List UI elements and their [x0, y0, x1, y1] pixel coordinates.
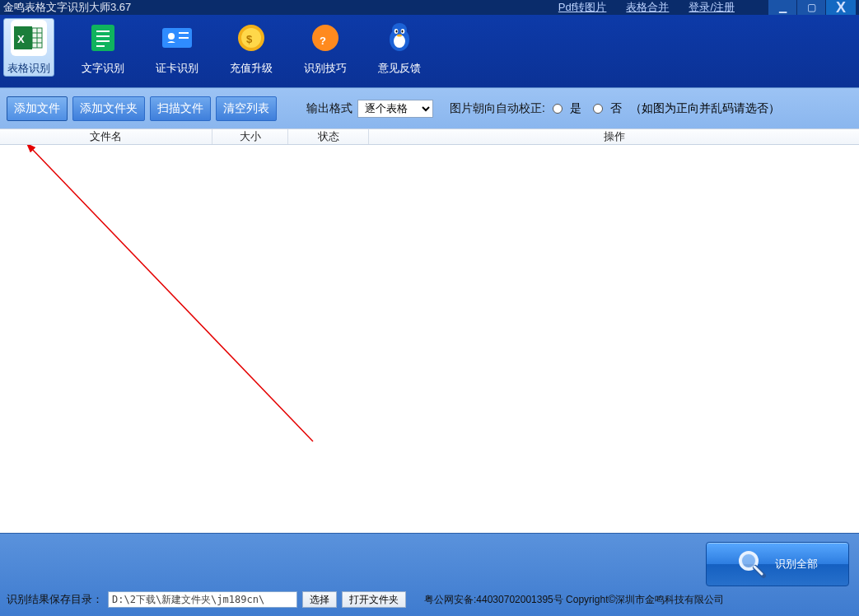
- svg-point-26: [396, 30, 398, 33]
- add-file-button[interactable]: 添加文件: [7, 96, 68, 121]
- open-dir-button[interactable]: 打开文件夹: [342, 591, 406, 608]
- tab-label: 识别技巧: [304, 61, 347, 76]
- output-format-select[interactable]: 逐个表格: [357, 100, 433, 118]
- link-merge-table[interactable]: 表格合并: [626, 0, 669, 15]
- link-login-register[interactable]: 登录/注册: [689, 0, 735, 15]
- output-format-label: 输出格式: [306, 101, 352, 116]
- magnifier-icon: [737, 549, 767, 579]
- recognize-all-label: 识别全部: [775, 557, 818, 572]
- close-button[interactable]: X: [826, 0, 856, 15]
- svg-text:$: $: [246, 33, 253, 45]
- svg-text:?: ?: [320, 35, 326, 47]
- main-toolbar: X 表格识别 文字识别 证卡识别 $ 充值升级 ? 识别技巧 意见反馈: [0, 15, 859, 87]
- tab-label: 意见反馈: [378, 61, 421, 76]
- file-list-area: [0, 145, 859, 533]
- tab-feedback[interactable]: 意见反馈: [374, 18, 425, 76]
- col-size: 大小: [212, 129, 288, 144]
- titlebar: 金鸣表格文字识别大师3.67 Pdf转图片 表格合并 登录/注册 ▁ ▢ X: [0, 0, 859, 15]
- col-status: 状态: [288, 129, 369, 144]
- radio-yes-label: 是: [570, 101, 581, 116]
- link-pdf-to-image[interactable]: Pdf转图片: [558, 0, 607, 15]
- radio-yes[interactable]: [553, 104, 563, 114]
- app-title: 金鸣表格文字识别大师3.67: [3, 0, 131, 15]
- svg-line-29: [31, 148, 313, 441]
- add-folder-button[interactable]: 添加文件夹: [72, 96, 145, 121]
- maximize-button[interactable]: ▢: [797, 0, 825, 15]
- tab-label: 文字识别: [82, 61, 124, 76]
- svg-point-27: [402, 30, 404, 33]
- minimize-button[interactable]: ▁: [768, 0, 796, 15]
- auto-rotate-label: 图片朝向自动校正:: [450, 101, 545, 116]
- bottom-panel: 识别全部 识别结果保存目录： 选择 打开文件夹 粤公网安备:4403070200…: [0, 533, 859, 616]
- question-icon: ?: [307, 20, 343, 56]
- tab-label: 证卡识别: [156, 61, 198, 76]
- table-header: 文件名 大小 状态 操作: [0, 128, 859, 145]
- tab-text-ocr[interactable]: 文字识别: [77, 18, 128, 76]
- copyright-text: 粤公网安备:44030702001395号 Copyright©深圳市金鸣科技有…: [424, 593, 724, 607]
- tab-recharge[interactable]: $ 充值升级: [226, 18, 277, 76]
- svg-point-13: [168, 33, 175, 40]
- svg-rect-7: [91, 25, 114, 51]
- radio-no-label: 否: [610, 101, 622, 116]
- tab-idcard-ocr[interactable]: 证卡识别: [152, 18, 203, 76]
- save-dir-label: 识别结果保存目录：: [7, 592, 103, 607]
- doc-icon: [85, 20, 121, 56]
- annotation-arrow: [0, 145, 329, 474]
- radio-no[interactable]: [593, 104, 603, 114]
- save-dir-input[interactable]: [108, 591, 297, 608]
- tab-table-ocr[interactable]: X 表格识别: [3, 18, 54, 77]
- clear-list-button[interactable]: 清空列表: [216, 96, 277, 121]
- auto-rotate-note: （如图为正向并乱码请选否）: [630, 101, 780, 116]
- recognize-all-button[interactable]: 识别全部: [706, 542, 849, 586]
- tab-label: 充值升级: [230, 61, 273, 76]
- qq-icon: [381, 20, 418, 56]
- coin-icon: $: [233, 20, 269, 56]
- tab-tips[interactable]: ? 识别技巧: [300, 18, 351, 76]
- choose-dir-button[interactable]: 选择: [302, 591, 337, 608]
- action-bar: 添加文件 添加文件夹 扫描文件 清空列表 输出格式 逐个表格 图片朝向自动校正:…: [0, 87, 859, 128]
- scan-file-button[interactable]: 扫描文件: [150, 96, 211, 121]
- svg-point-28: [397, 35, 402, 37]
- footer-line: 识别结果保存目录： 选择 打开文件夹 粤公网安备:44030702001395号…: [7, 591, 852, 608]
- col-filename: 文件名: [0, 129, 212, 144]
- excel-icon: X: [11, 20, 47, 56]
- tab-label: 表格识别: [7, 61, 50, 76]
- idcard-icon: [159, 20, 195, 56]
- col-action: 操作: [369, 129, 859, 144]
- svg-text:X: X: [17, 33, 25, 45]
